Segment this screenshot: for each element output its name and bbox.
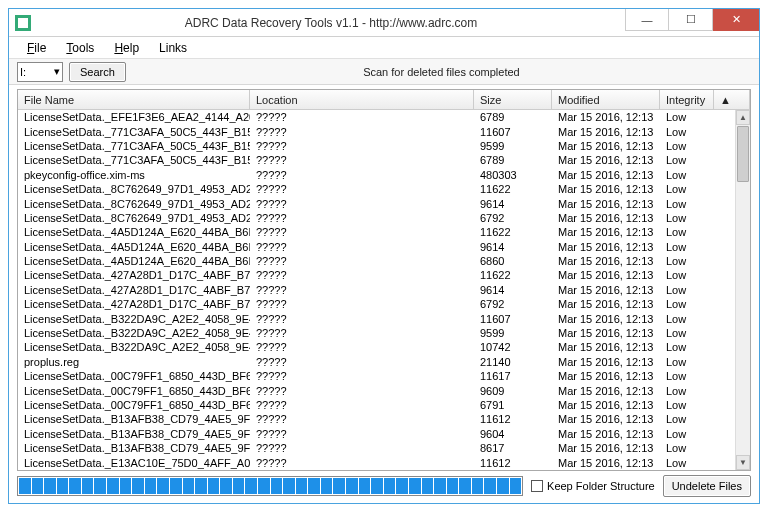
undelete-button[interactable]: Undelete Files xyxy=(663,475,751,497)
footer: Keep Folder Structure Undelete Files xyxy=(9,471,759,503)
table-row[interactable]: LicenseSetData._4A5D124A_E620_44BA_B6FF.… xyxy=(18,225,750,239)
table-row[interactable]: LicenseSetData._427A28D1_D17C_4ABF_B717.… xyxy=(18,297,750,311)
col-size[interactable]: Size xyxy=(474,90,552,109)
table-row[interactable]: LicenseSetData._B13AFB38_CD79_4AE5_9F7F.… xyxy=(18,427,750,441)
table-row[interactable]: LicenseSetData._4A5D124A_E620_44BA_B6FF.… xyxy=(18,240,750,254)
drive-select[interactable]: I: ▾ xyxy=(17,62,63,82)
table-row[interactable]: LicenseSetData._8C762649_97D1_4953_AD27.… xyxy=(18,196,750,210)
table-row[interactable]: proplus.reg?????21140Mar 15 2016, 12:13L… xyxy=(18,355,750,369)
col-integrity[interactable]: Integrity xyxy=(660,90,714,109)
search-button[interactable]: Search xyxy=(69,62,126,82)
table-row[interactable]: LicenseSetData._B13AFB38_CD79_4AE5_9F7F.… xyxy=(18,412,750,426)
table-row[interactable]: LicenseSetData._00C79FF1_6850_443D_BF61.… xyxy=(18,398,750,412)
maximize-button[interactable]: ☐ xyxy=(669,9,713,31)
chevron-down-icon: ▾ xyxy=(54,65,60,78)
keep-folder-checkbox[interactable]: Keep Folder Structure xyxy=(531,480,655,492)
table-row[interactable]: LicenseSetData._771C3AFA_50C5_443F_B151.… xyxy=(18,153,750,167)
table-row[interactable]: LicenseSetData._E13AC10E_75D0_4AFF_A0C..… xyxy=(18,455,750,469)
menu-file[interactable]: File xyxy=(19,39,54,57)
progress-bar xyxy=(17,476,523,496)
table-row[interactable]: LicenseSetData._8C762649_97D1_4953_AD27.… xyxy=(18,182,750,196)
table-row[interactable]: LicenseSetData._00C79FF1_6850_443D_BF61.… xyxy=(18,369,750,383)
toolbar: I: ▾ Search Scan for deleted files compl… xyxy=(9,59,759,85)
table-row[interactable]: LicenseSetData._EFE1F3E6_AEA2_4144_A208.… xyxy=(18,110,750,124)
table-row[interactable]: LicenseSetData._427A28D1_D17C_4ABF_B717.… xyxy=(18,268,750,282)
col-location[interactable]: Location xyxy=(250,90,474,109)
menu-tools[interactable]: Tools xyxy=(58,39,102,57)
scrollbar[interactable]: ▲ ▼ xyxy=(735,110,750,470)
table-row[interactable]: LicenseSetData._B13AFB38_CD79_4AE5_9F7F.… xyxy=(18,441,750,455)
menubar: File Tools Help Links xyxy=(9,37,759,59)
table-row[interactable]: LicenseSetData._B322DA9C_A2E2_4058_9E4E.… xyxy=(18,326,750,340)
svg-rect-1 xyxy=(18,18,28,28)
scroll-thumb[interactable] xyxy=(737,126,749,182)
table-row[interactable]: LicenseSetData._771C3AFA_50C5_443F_B151.… xyxy=(18,124,750,138)
table-body[interactable]: LicenseSetData._EFE1F3E6_AEA2_4144_A208.… xyxy=(18,110,750,470)
keep-folder-label: Keep Folder Structure xyxy=(547,480,655,492)
table-row[interactable]: pkeyconfig-office.xim-ms?????480303Mar 1… xyxy=(18,168,750,182)
scroll-down-icon[interactable]: ▼ xyxy=(736,455,750,470)
file-table: File Name Location Size Modified Integri… xyxy=(17,89,751,471)
table-row[interactable]: LicenseSetData._4A5D124A_E620_44BA_B6FF.… xyxy=(18,254,750,268)
menu-help[interactable]: Help xyxy=(106,39,147,57)
table-row[interactable]: LicenseSetData._771C3AFA_50C5_443F_B151.… xyxy=(18,139,750,153)
table-row[interactable]: LicenseSetData._00C79FF1_6850_443D_BF61.… xyxy=(18,383,750,397)
col-scroll-header[interactable]: ▲ xyxy=(714,90,750,109)
window-title: ADRC Data Recovery Tools v1.1 - http://w… xyxy=(37,16,625,30)
close-button[interactable]: ✕ xyxy=(713,9,759,31)
app-window: ADRC Data Recovery Tools v1.1 - http://w… xyxy=(8,8,760,504)
app-icon xyxy=(15,15,31,31)
col-modified[interactable]: Modified xyxy=(552,90,660,109)
menu-links[interactable]: Links xyxy=(151,39,195,57)
table-row[interactable]: LicenseSetData._427A28D1_D17C_4ABF_B717.… xyxy=(18,283,750,297)
checkbox-icon xyxy=(531,480,543,492)
col-filename[interactable]: File Name xyxy=(18,90,250,109)
table-row[interactable]: LicenseSetData._8C762649_97D1_4953_AD27.… xyxy=(18,211,750,225)
table-row[interactable]: LicenseSetData._B322DA9C_A2E2_4058_9E4E.… xyxy=(18,340,750,354)
minimize-button[interactable]: — xyxy=(625,9,669,31)
drive-value: I: xyxy=(20,66,26,78)
table-row[interactable]: LicenseSetData._B322DA9C_A2E2_4058_9E4E.… xyxy=(18,311,750,325)
window-controls: — ☐ ✕ xyxy=(625,9,759,36)
table-header: File Name Location Size Modified Integri… xyxy=(18,90,750,110)
scroll-up-icon[interactable]: ▲ xyxy=(736,110,750,125)
titlebar[interactable]: ADRC Data Recovery Tools v1.1 - http://w… xyxy=(9,9,759,37)
status-text: Scan for deleted files completed xyxy=(132,66,751,78)
